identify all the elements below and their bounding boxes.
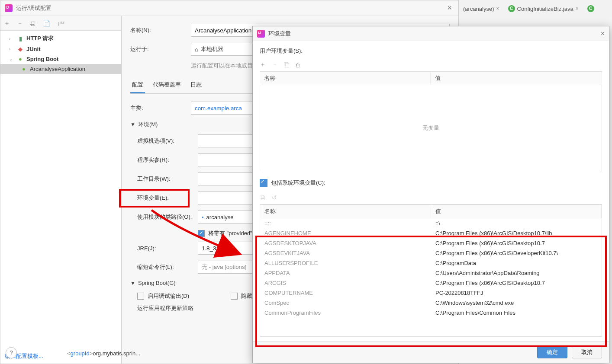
close-icon[interactable]: × — [445, 3, 454, 13]
env-value: C:\Program Files (x86)\ArcGIS\Desktop10.… — [435, 230, 597, 236]
copy-icon[interactable]: ⿻ — [284, 61, 290, 68]
undo-icon[interactable]: ↺ — [272, 194, 277, 201]
http-icon: ▮ — [17, 35, 24, 42]
envvar-label: 环境变量(E): — [137, 194, 198, 202]
table-row[interactable]: AGENGINEHOMEC:\Program Files (x86)\ArcGI… — [260, 228, 602, 238]
save-icon[interactable]: 📄 — [43, 20, 50, 27]
java-class-icon: C — [587, 5, 594, 12]
intellij-icon — [5, 4, 13, 12]
copy-icon[interactable]: ⿻ — [260, 194, 266, 201]
user-table-header: 名称 值 — [260, 71, 602, 85]
java-class-icon: C — [508, 5, 515, 12]
env-name: APPDATA — [264, 270, 435, 276]
user-env-table[interactable]: 无变量 — [260, 85, 602, 171]
tab-coverage[interactable]: 代码覆盖率 — [151, 78, 183, 93]
tree-item-arcanalyse-app[interactable]: ● ArcanalyseApplication — [0, 64, 121, 74]
jre-label: JRE(J): — [137, 245, 198, 252]
tree-label: HTTP 请求 — [26, 35, 54, 42]
col-name[interactable]: 名称 — [260, 205, 431, 218]
shorten-label: 缩短命令行(L): — [137, 263, 198, 271]
include-system-checkbox[interactable] — [260, 179, 267, 187]
col-value[interactable]: 值 — [431, 205, 602, 218]
sys-env-toolbar: ⿻ ↺ — [260, 191, 602, 204]
env-dialog-title: 环境变量 — [268, 30, 601, 38]
hide-banner-checkbox[interactable] — [231, 293, 238, 300]
tree-item-spring[interactable]: ⌄ ● Spring Boot — [0, 54, 121, 64]
module-value: arcanalyse — [206, 214, 234, 220]
run-on-label: 运行于: — [130, 45, 191, 53]
env-variables-dialog: 环境变量 × 用户环境变量(S): ＋ － ⿻ ⎙ 名称 值 无变量 包括系统环… — [252, 26, 609, 363]
table-row[interactable]: =::::\ — [260, 218, 602, 228]
env-section-label: 环境(M) — [138, 121, 158, 128]
help-button[interactable]: ? — [6, 347, 17, 358]
run-on-value: 本地机器 — [201, 45, 223, 53]
env-value: PC-20220818TFFJ — [435, 290, 597, 296]
tab-label: ConfigInitializeBiz.java — [517, 6, 573, 12]
tree-label: Spring Boot — [26, 56, 58, 62]
tree-item-junit[interactable]: › ◆ JUnit — [0, 44, 121, 54]
name-label: 名称(N): — [130, 26, 191, 34]
table-row[interactable]: APPDATAC:\Users\Administrator\AppData\Ro… — [260, 268, 602, 278]
debug-output-checkbox[interactable] — [137, 293, 144, 300]
system-env-table: 名称 值 =::::\AGENGINEHOMEC:\Program Files … — [260, 204, 602, 337]
env-dialog-body: 用户环境变量(S): ＋ － ⿻ ⎙ 名称 值 无变量 包括系统环境变量(C):… — [253, 41, 609, 341]
config-tree: › ▮ HTTP 请求 › ◆ JUnit ⌄ ● Spring Boot ● … — [0, 31, 121, 349]
paste-icon[interactable]: ⎙ — [296, 61, 300, 68]
table-row[interactable]: COMPUTERNAMEPC-20220818TFFJ — [260, 288, 602, 298]
vm-options-label: 虚拟机选项(V): — [137, 137, 198, 145]
env-name: CommonProgramFiles — [264, 310, 435, 316]
table-row[interactable]: AGSDESKTOPJAVAC:\Program Files (x86)\Arc… — [260, 238, 602, 248]
close-icon[interactable]: × — [601, 30, 605, 38]
chevron-right-icon: › — [9, 36, 14, 41]
cancel-button[interactable]: 取消 — [572, 346, 602, 358]
user-env-toolbar: ＋ － ⿻ ⎙ — [260, 58, 602, 71]
env-name: =:: — [264, 220, 435, 227]
tab-log[interactable]: 日志 — [189, 78, 203, 93]
table-row[interactable]: ARCGISC:\Program Files (x86)\ArcGIS\Desk… — [260, 278, 602, 288]
provided-checkbox[interactable] — [198, 230, 205, 237]
col-name[interactable]: 名称 — [260, 72, 431, 85]
env-name: ARCGIS — [264, 280, 435, 286]
env-name: COMPUTERNAME — [264, 290, 435, 296]
tab-config-biz[interactable]: C ConfigInitializeBiz.java × — [504, 3, 583, 14]
col-value[interactable]: 值 — [431, 72, 602, 85]
junit-icon: ◆ — [17, 46, 24, 52]
env-value: C:\Program Files (x86)\ArcGIS\Desktop10.… — [435, 280, 597, 286]
table-row[interactable]: AGSDEVKITJAVAC:\Program Files (x86)\ArcG… — [260, 248, 602, 258]
debug-output-label: 启用调试输出(D) — [148, 292, 189, 300]
env-value: C:\Program Files (x86)\ArcGIS\DeveloperK… — [435, 250, 597, 256]
remove-icon[interactable]: － — [17, 19, 23, 27]
env-name: ComSpec — [264, 300, 435, 306]
ok-button[interactable]: 确定 — [537, 346, 567, 358]
sys-rows[interactable]: =::::\AGENGINEHOMEC:\Program Files (x86)… — [260, 218, 602, 336]
dialog-title: 运行/调试配置 — [16, 4, 445, 12]
table-row[interactable]: ComSpecC:\Windows\system32\cmd.exe — [260, 298, 602, 308]
tree-item-http[interactable]: › ▮ HTTP 请求 — [0, 33, 121, 44]
spring-icon: ● — [20, 66, 27, 72]
tree-label: ArcanalyseApplication — [30, 66, 85, 72]
copy-icon[interactable]: ⿻ — [30, 20, 36, 27]
table-row[interactable]: ALLUSERSPROFILEC:\ProgramData — [260, 258, 602, 268]
env-value: ::\ — [435, 220, 597, 227]
env-value: C:\Program Files (x86)\ArcGIS\Desktop10.… — [435, 240, 597, 246]
sort-icon[interactable]: ↓ᵃᶻ — [57, 20, 64, 27]
tree-toolbar: ＋ － ⿻ 📄 ↓ᵃᶻ — [0, 16, 121, 31]
close-icon[interactable]: × — [496, 6, 499, 12]
add-icon[interactable]: ＋ — [4, 19, 10, 27]
tab-extra[interactable]: C — [583, 3, 599, 14]
add-icon[interactable]: ＋ — [260, 61, 266, 69]
workdir-label: 工作目录(W): — [137, 175, 198, 183]
dialog-title-bar: 运行/调试配置 × — [0, 0, 458, 16]
config-tree-panel: ＋ － ⿻ 📄 ↓ᵃᶻ › ▮ HTTP 请求 › ◆ JUnit ⌄ ● Sp… — [0, 16, 122, 364]
include-system-label: 包括系统环境变量(C): — [271, 179, 325, 187]
spring-icon: ● — [17, 56, 24, 62]
remove-icon[interactable]: － — [272, 61, 278, 69]
close-icon[interactable]: × — [576, 6, 579, 12]
tree-label: JUnit — [26, 46, 41, 52]
tab-config[interactable]: 配置 — [130, 78, 145, 93]
table-row[interactable]: CommonProgramFilesC:\Program Files\Commo… — [260, 308, 602, 318]
module-icon: ▪ — [202, 214, 204, 220]
tab-arcanalyse[interactable]: (arcanalyse) × — [459, 3, 504, 14]
env-value: C:\Program Files\Common Files — [435, 310, 597, 316]
chevron-down-icon: ▼ — [130, 280, 135, 286]
